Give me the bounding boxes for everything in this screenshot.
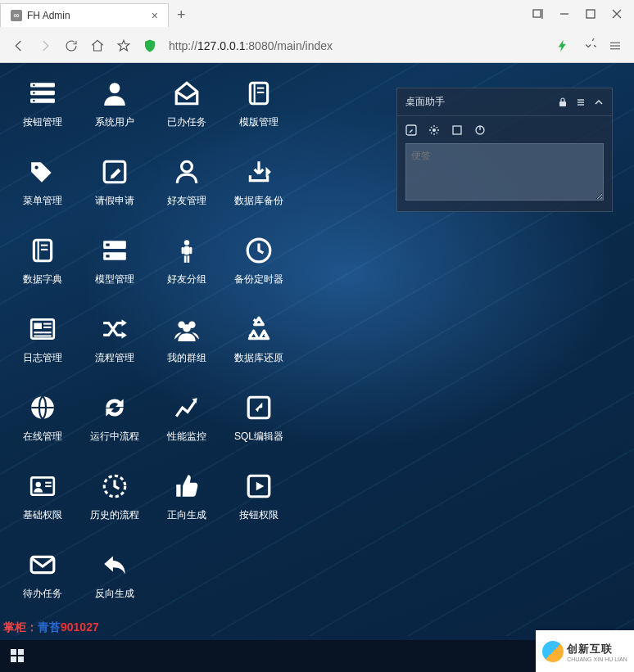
- widget-power-icon[interactable]: [474, 124, 486, 138]
- desktop-icon-user-outline[interactable]: 好友管理: [151, 153, 223, 232]
- desktop-icon-globe[interactable]: 在线管理: [7, 389, 79, 467]
- svg-rect-58: [11, 649, 16, 655]
- desktop-icon-label: 好友分组: [167, 273, 206, 286]
- widget-edit-icon[interactable]: [405, 124, 417, 138]
- nav-back-icon[interactable]: [11, 38, 26, 53]
- desktop-icon-user[interactable]: 系统用户: [79, 74, 151, 153]
- desktop-icon-sql[interactable]: SQL编辑器: [223, 389, 295, 467]
- chart-icon: [173, 394, 201, 422]
- desktop-icon-thumbs-up[interactable]: 正向生成: [151, 467, 223, 546]
- widget-window-icon[interactable]: [451, 124, 463, 138]
- desktop-icon-envelope-open[interactable]: 已办任务: [151, 74, 223, 153]
- desktop-icon-refresh[interactable]: 运行中流程: [79, 389, 151, 467]
- svg-rect-55: [453, 126, 461, 134]
- clock-icon: [245, 237, 273, 264]
- book-icon: [29, 237, 57, 264]
- desktop-icon-label: 请假申请: [95, 194, 134, 208]
- nav-refresh-icon[interactable]: [64, 38, 79, 53]
- desktop-icon-chart[interactable]: 性能监控: [151, 389, 223, 467]
- url-port: :8080: [245, 39, 274, 52]
- browser-tab[interactable]: ∞ FH Admin ×: [0, 3, 169, 27]
- window-tab-aside-icon[interactable]: [532, 8, 544, 22]
- bolt-icon[interactable]: [555, 38, 570, 53]
- brand-badge[interactable]: 创新互联 CHUANG XIN HU LIAN: [536, 630, 634, 672]
- tab-close-icon[interactable]: ×: [152, 9, 158, 22]
- desktop-icon-label: 好友管理: [167, 194, 206, 208]
- desktop-icon-label: 数据字典: [23, 273, 62, 286]
- user-icon: [101, 79, 129, 107]
- tags-icon: [29, 158, 57, 186]
- edit-icon: [101, 158, 129, 186]
- browser-chrome: ∞ FH Admin × + http://127.0.0.1:8080/mai…: [0, 0, 634, 63]
- new-tab-button[interactable]: +: [169, 7, 194, 24]
- dropdown-icon[interactable]: [582, 38, 596, 53]
- widget-collapse-icon[interactable]: [594, 97, 604, 107]
- widget-lock-icon[interactable]: [558, 97, 568, 107]
- user-outline-icon: [173, 158, 201, 186]
- desktop-icon-label: 菜单管理: [23, 194, 62, 208]
- svg-rect-43: [533, 10, 541, 17]
- watermark-id: 901027: [61, 620, 99, 634]
- history-icon: [101, 472, 129, 500]
- url-prefix: http://: [169, 39, 197, 52]
- window-controls: [532, 8, 634, 22]
- person-icon: [173, 237, 201, 264]
- desktop-icon-bars-list[interactable]: 按钮管理: [7, 74, 79, 153]
- tab-bar: ∞ FH Admin × +: [0, 0, 634, 29]
- desktop-icon-news[interactable]: 日志管理: [7, 310, 79, 389]
- desktop-icon-mail[interactable]: 待办任务: [7, 546, 79, 625]
- widget-toolbar: [397, 116, 612, 143]
- desktop-icon-person[interactable]: 好友分组: [151, 232, 223, 310]
- widget-settings-icon[interactable]: [428, 124, 440, 138]
- widget-title: 桌面助手: [405, 95, 550, 109]
- nav-favorite-icon[interactable]: [116, 38, 131, 53]
- news-icon: [29, 315, 57, 343]
- desktop-icon-book[interactable]: 模版管理: [223, 74, 295, 153]
- watermark: 掌柜：青苔901027: [3, 620, 99, 635]
- desktop-icon-play-box[interactable]: 按钮权限: [223, 467, 295, 546]
- desktop-icon-label: 待办任务: [23, 587, 62, 601]
- desktop-icon-label: 数据库备份: [234, 194, 283, 208]
- desktop-icon-label: 系统用户: [95, 115, 134, 129]
- desktop-icon-label: 基础权限: [23, 508, 62, 522]
- desktop-icon-label: 数据库还原: [234, 351, 283, 365]
- desktop-icon-recycle[interactable]: 数据库还原: [223, 310, 295, 389]
- nav-home-icon[interactable]: [90, 38, 105, 53]
- window-maximize-icon[interactable]: [585, 8, 596, 22]
- sql-icon: [245, 394, 273, 422]
- svg-rect-49: [559, 101, 566, 106]
- security-shield-icon[interactable]: [143, 38, 157, 53]
- svg-rect-61: [18, 656, 24, 662]
- envelope-open-icon: [173, 79, 201, 107]
- start-button[interactable]: [10, 648, 25, 665]
- desktop-icon-label: 反向生成: [95, 587, 134, 601]
- bars-list-icon: [29, 79, 57, 107]
- desktop-icon-edit[interactable]: 请假申请: [79, 153, 151, 232]
- tab-title: FH Admin: [27, 10, 70, 21]
- menu-icon[interactable]: [608, 38, 623, 53]
- desktop-icon-shuffle[interactable]: 流程管理: [79, 310, 151, 389]
- brand-name: 创新互联: [567, 643, 613, 655]
- sticky-note-input[interactable]: [405, 143, 604, 201]
- window-close-icon[interactable]: [611, 8, 623, 22]
- widget-menu-icon[interactable]: [576, 97, 586, 107]
- desktop-icon-book[interactable]: 数据字典: [7, 232, 79, 310]
- desktop-icon-tags[interactable]: 菜单管理: [7, 153, 79, 232]
- desktop: 按钮管理系统用户已办任务模版管理菜单管理请假申请好友管理数据库备份数据字典模型管…: [0, 63, 634, 672]
- window-minimize-icon[interactable]: [559, 8, 570, 22]
- url-path: /main/index: [274, 39, 333, 52]
- desktop-icon-rows[interactable]: 模型管理: [79, 232, 151, 310]
- desktop-icon-import[interactable]: 数据库备份: [223, 153, 295, 232]
- url-display[interactable]: http://127.0.0.1:8080/main/index: [169, 39, 544, 52]
- desktop-icon-label: 在线管理: [23, 430, 62, 444]
- tab-favicon: ∞: [11, 10, 22, 21]
- desktop-icon-clock[interactable]: 备份定时器: [223, 232, 295, 310]
- desktop-icon-history[interactable]: 历史的流程: [79, 467, 151, 546]
- nav-forward-icon[interactable]: [38, 38, 52, 53]
- desktop-icon-users[interactable]: 我的群组: [151, 310, 223, 389]
- desktop-icon-id-card[interactable]: 基础权限: [7, 467, 79, 546]
- desktop-icon-reply[interactable]: 反向生成: [79, 546, 151, 625]
- desktop-icon-label: 已办任务: [167, 115, 206, 129]
- desktop-icon-label: 按钮权限: [239, 508, 279, 522]
- widget-body: [397, 143, 612, 211]
